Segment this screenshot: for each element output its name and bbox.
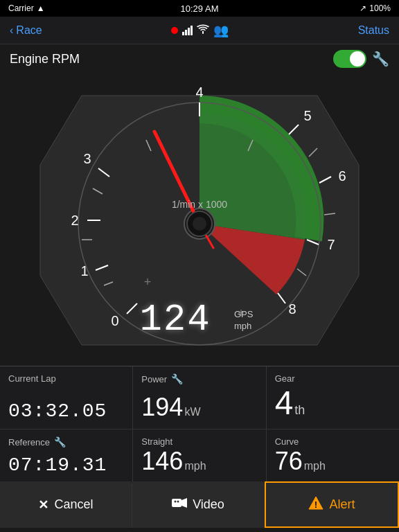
bottom-bar: ✕ Cancel Video ! Alert — [0, 481, 399, 528]
back-button[interactable]: ‹ Race — [10, 24, 42, 37]
camera-people-icon: 👥 — [213, 23, 229, 38]
battery-label: 100% — [369, 3, 391, 13]
reference-value: 07:19.31 — [8, 454, 124, 476]
cancel-x-icon: ✕ — [38, 497, 48, 513]
current-lap-label: Current Lap — [8, 373, 124, 384]
video-button[interactable]: Video — [132, 481, 264, 528]
power-label: Power 🔧 — [141, 373, 257, 384]
gps-label: GPS — [234, 309, 254, 319]
carrier-label: Carrier — [8, 3, 34, 13]
label-4: 4 — [195, 85, 203, 100]
alert-button[interactable]: ! Alert — [265, 481, 399, 528]
gauge-controls: 🔧 — [333, 50, 389, 68]
speed-value-svg: 124 — [139, 299, 211, 341]
label-6: 6 — [338, 168, 346, 184]
location-arrow-icon: ↗ — [360, 3, 366, 13]
gauge-svg: 0 1 2 3 4 5 6 7 8 — [26, 82, 373, 352]
status-bar: Carrier ▲ 10:29 AM ↗ 100% — [0, 0, 399, 17]
wifi-icon — [197, 24, 209, 37]
label-2: 2 — [71, 213, 78, 228]
gauge-header: Engine RPM 🔧 — [0, 44, 399, 68]
nav-bar: ‹ Race 👥 Status — [0, 17, 399, 44]
power-value: 194 kW — [141, 393, 257, 422]
signal-bars-icon — [182, 26, 193, 35]
svg-text:!: ! — [314, 500, 317, 510]
straight-cell: Straight 146 mph — [133, 429, 265, 483]
back-label: Race — [16, 24, 42, 37]
nav-status-button[interactable]: Status — [358, 24, 389, 37]
gauge-title: Engine RPM — [10, 52, 80, 66]
signal-icon: ▲ — [37, 3, 45, 13]
status-bar-left: Carrier ▲ — [8, 3, 45, 13]
gear-cell: Gear 4 th — [267, 366, 399, 429]
straight-label: Straight — [141, 436, 257, 447]
power-wrench-icon: 🔧 — [171, 373, 183, 384]
reference-label: Reference 🔧 — [8, 436, 124, 447]
power-cell: Power 🔧 194 kW — [133, 366, 265, 429]
current-lap-value: 03:32.05 — [8, 400, 124, 422]
label-8: 8 — [288, 301, 296, 317]
svg-point-5 — [175, 501, 177, 503]
label-3: 3 — [83, 151, 91, 166]
reference-wrench-icon: 🔧 — [54, 436, 66, 447]
gauge-container: 0 1 2 3 4 5 6 7 8 — [0, 68, 399, 366]
gauge-hub-top-inner — [193, 217, 206, 231]
label-0: 0 — [111, 313, 118, 328]
label-5: 5 — [303, 108, 311, 123]
record-dot-icon — [171, 27, 178, 34]
label-1: 1 — [80, 263, 88, 278]
gear-value: 4 th — [275, 384, 391, 422]
svg-rect-3 — [172, 499, 181, 507]
curve-value: 76 mph — [275, 447, 391, 476]
gauge-unit-label: 1/min x 1000 — [172, 199, 227, 210]
curve-label: Curve — [275, 436, 391, 447]
back-arrow-icon: ‹ — [10, 24, 13, 37]
video-camera-icon — [172, 497, 187, 512]
current-lap-cell: Current Lap 03:32.05 — [0, 366, 132, 429]
cancel-button[interactable]: ✕ Cancel — [0, 481, 132, 528]
data-grid: Current Lap 03:32.05 Power 🔧 194 kW Gear… — [0, 366, 399, 481]
label-7: 7 — [327, 237, 335, 252]
status-bar-right: ↗ 100% — [360, 3, 391, 13]
status-bar-time: 10:29 AM — [181, 3, 219, 14]
straight-value: 146 mph — [141, 447, 257, 476]
speed-unit-label: mph — [234, 321, 251, 331]
warning-triangle-icon: ! — [308, 496, 323, 513]
svg-point-6 — [177, 501, 179, 503]
svg-marker-4 — [181, 498, 187, 508]
reference-cell: Reference 🔧 07:19.31 — [0, 429, 132, 483]
settings-wrench-icon[interactable]: 🔧 — [372, 51, 389, 67]
toggle-switch[interactable] — [333, 50, 366, 68]
curve-cell: Curve 76 mph — [267, 429, 399, 483]
crosshair-1: + — [144, 275, 152, 289]
nav-icons: 👥 — [171, 23, 229, 38]
gear-label: Gear — [275, 373, 391, 384]
